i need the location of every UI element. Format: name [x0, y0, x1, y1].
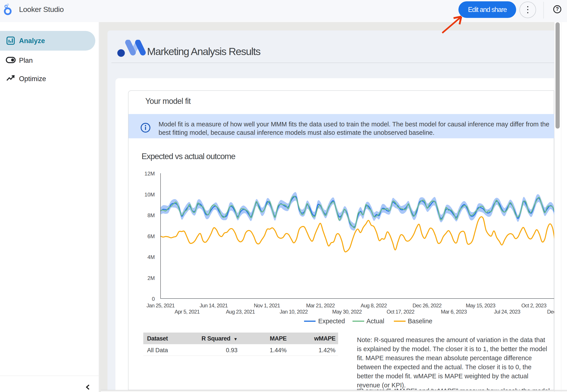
svg-text:?: ? [556, 6, 559, 12]
